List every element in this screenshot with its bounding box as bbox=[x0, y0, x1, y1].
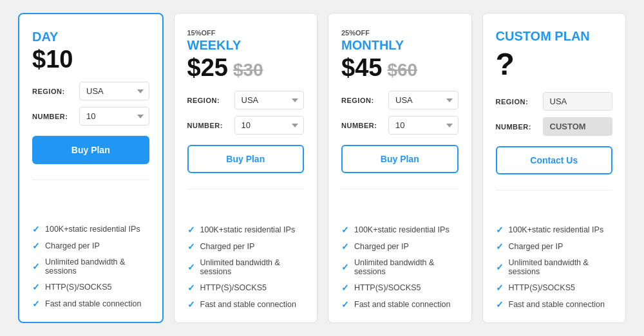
number-select-day[interactable]: 5102050100 bbox=[79, 107, 149, 126]
number-label-weekly: NUMBER: bbox=[187, 122, 229, 129]
check-icon-day-3: ✓ bbox=[32, 282, 40, 292]
feature-text-custom-4: Fast and stable connection bbox=[509, 300, 605, 309]
feature-item-day-3: ✓HTTP(S)/SOCKS5 bbox=[32, 282, 149, 292]
region-row-weekly: REGION:USAUKEUAsia bbox=[187, 91, 305, 109]
check-icon-weekly-2: ✓ bbox=[187, 262, 195, 272]
region-row-monthly: REGION:USAUKEUAsia bbox=[341, 91, 459, 109]
check-icon-monthly-3: ✓ bbox=[341, 283, 349, 293]
feature-text-weekly-4: Fast and stable connection bbox=[200, 300, 296, 309]
number-select-weekly[interactable]: 5102050100 bbox=[234, 116, 305, 135]
plan-price-current-weekly: $25 bbox=[187, 55, 228, 80]
feature-item-day-4: ✓Fast and stable connection bbox=[32, 299, 149, 309]
plan-name-monthly: MONTHLY bbox=[341, 38, 459, 53]
region-row-custom: REGION:USA bbox=[496, 92, 613, 111]
plan-price-current-day: $10 bbox=[32, 47, 73, 71]
contact-us-button-custom[interactable]: Contact Us bbox=[496, 146, 613, 174]
number-select-monthly[interactable]: 5102050100 bbox=[388, 116, 459, 135]
feature-item-custom-4: ✓Fast and stable connection bbox=[496, 299, 613, 310]
feature-item-monthly-0: ✓100K+static residential IPs bbox=[341, 225, 459, 235]
region-row-day: REGION:USAUKEUAsia bbox=[32, 82, 149, 100]
feature-text-day-3: HTTP(S)/SOCKS5 bbox=[45, 283, 112, 292]
region-select-day[interactable]: USAUKEUAsia bbox=[79, 82, 149, 100]
plan-card-day: DAY$10REGION:USAUKEUAsiaNUMBER:510205010… bbox=[18, 13, 164, 323]
feature-text-weekly-1: Charged per IP bbox=[200, 242, 255, 251]
check-icon-monthly-1: ✓ bbox=[341, 241, 349, 252]
feature-item-weekly-1: ✓Charged per IP bbox=[187, 241, 305, 252]
feature-item-monthly-1: ✓Charged per IP bbox=[341, 241, 459, 252]
check-icon-weekly-0: ✓ bbox=[187, 225, 195, 235]
check-icon-custom-3: ✓ bbox=[496, 283, 504, 293]
check-icon-day-2: ✓ bbox=[32, 261, 40, 272]
check-icon-weekly-3: ✓ bbox=[187, 283, 195, 293]
check-icon-monthly-0: ✓ bbox=[341, 225, 349, 235]
buy-plan-button-day[interactable]: Buy Plan bbox=[32, 136, 149, 164]
feature-text-custom-0: 100K+static residential IPs bbox=[509, 225, 604, 234]
region-label-weekly: REGION: bbox=[187, 97, 229, 104]
feature-item-monthly-3: ✓HTTP(S)/SOCKS5 bbox=[341, 283, 459, 293]
feature-text-day-4: Fast and stable connection bbox=[45, 299, 141, 308]
feature-item-custom-3: ✓HTTP(S)/SOCKS5 bbox=[496, 283, 613, 293]
number-row-monthly: NUMBER:5102050100 bbox=[341, 116, 459, 135]
check-icon-custom-1: ✓ bbox=[496, 241, 504, 252]
feature-item-weekly-0: ✓100K+static residential IPs bbox=[187, 225, 305, 235]
check-icon-custom-4: ✓ bbox=[496, 299, 504, 310]
feature-item-day-2: ✓Unlimited bandwidth & sessions bbox=[32, 257, 149, 275]
feature-item-weekly-4: ✓Fast and stable connection bbox=[187, 299, 305, 310]
feature-item-monthly-2: ✓Unlimited bandwidth & sessions bbox=[341, 258, 459, 276]
plan-card-monthly: 25%OFFMONTHLY$45$60REGION:USAUKEUAsiaNUM… bbox=[328, 13, 472, 323]
check-icon-custom-2: ✓ bbox=[496, 262, 504, 272]
check-icon-day-4: ✓ bbox=[32, 299, 40, 309]
feature-item-custom-0: ✓100K+static residential IPs bbox=[496, 225, 613, 235]
plan-badge-monthly: 25%OFF bbox=[341, 29, 459, 37]
plan-price-question-custom: ? bbox=[496, 46, 613, 82]
plan-name-day: DAY bbox=[32, 30, 149, 44]
check-icon-monthly-2: ✓ bbox=[341, 262, 349, 272]
feature-text-monthly-0: 100K+static residential IPs bbox=[354, 225, 450, 234]
feature-text-custom-3: HTTP(S)/SOCKS5 bbox=[509, 283, 576, 292]
feature-item-custom-1: ✓Charged per IP bbox=[496, 241, 613, 252]
buy-plan-button-monthly[interactable]: Buy Plan bbox=[341, 145, 459, 173]
number-row-day: NUMBER:5102050100 bbox=[32, 107, 149, 126]
feature-text-weekly-0: 100K+static residential IPs bbox=[200, 225, 296, 234]
features-list-monthly: ✓100K+static residential IPs✓Charged per… bbox=[341, 225, 459, 310]
number-label-custom: NUMBER: bbox=[496, 123, 538, 131]
divider-custom bbox=[496, 190, 613, 191]
number-label-monthly: NUMBER: bbox=[341, 122, 383, 129]
plan-name-custom: CUSTOM PLAN bbox=[496, 29, 613, 44]
feature-item-weekly-2: ✓Unlimited bandwidth & sessions bbox=[187, 258, 305, 276]
feature-text-weekly-3: HTTP(S)/SOCKS5 bbox=[200, 283, 267, 292]
check-icon-day-1: ✓ bbox=[32, 241, 40, 251]
number-row-weekly: NUMBER:5102050100 bbox=[187, 116, 305, 135]
check-icon-monthly-4: ✓ bbox=[341, 299, 349, 310]
plan-price-row-monthly: $45$60 bbox=[341, 55, 459, 80]
plan-price-old-weekly: $30 bbox=[233, 60, 263, 80]
buy-plan-button-weekly[interactable]: Buy Plan bbox=[187, 145, 305, 173]
divider-day bbox=[32, 180, 149, 180]
region-value-custom: USA bbox=[543, 92, 613, 111]
check-icon-weekly-4: ✓ bbox=[187, 299, 195, 310]
feature-item-custom-2: ✓Unlimited bandwidth & sessions bbox=[496, 258, 613, 276]
feature-text-monthly-2: Unlimited bandwidth & sessions bbox=[354, 258, 459, 276]
feature-text-weekly-2: Unlimited bandwidth & sessions bbox=[200, 258, 305, 276]
divider-monthly bbox=[341, 189, 459, 189]
number-value-custom: CUSTOM bbox=[543, 117, 613, 136]
plan-badge-weekly: 15%OFF bbox=[187, 29, 305, 37]
plan-card-custom: CUSTOM PLAN?REGION:USANUMBER:CUSTOMConta… bbox=[482, 13, 627, 323]
region-select-monthly[interactable]: USAUKEUAsia bbox=[388, 91, 459, 109]
region-select-weekly[interactable]: USAUKEUAsia bbox=[234, 91, 305, 109]
feature-item-weekly-3: ✓HTTP(S)/SOCKS5 bbox=[187, 283, 305, 293]
region-label-monthly: REGION: bbox=[341, 97, 383, 104]
feature-item-monthly-4: ✓Fast and stable connection bbox=[341, 299, 459, 310]
feature-text-custom-1: Charged per IP bbox=[509, 242, 564, 251]
feature-text-day-0: 100K+static residential IPs bbox=[45, 225, 140, 234]
feature-text-day-1: Charged per IP bbox=[45, 241, 100, 250]
check-icon-weekly-1: ✓ bbox=[187, 241, 195, 252]
feature-text-day-2: Unlimited bandwidth & sessions bbox=[45, 257, 149, 275]
plan-price-old-monthly: $60 bbox=[387, 60, 417, 80]
plan-price-current-monthly: $45 bbox=[341, 55, 382, 80]
features-list-day: ✓100K+static residential IPs✓Charged per… bbox=[32, 224, 149, 309]
region-label-day: REGION: bbox=[32, 88, 74, 95]
plan-name-weekly: WEEKLY bbox=[187, 38, 305, 53]
number-row-custom: NUMBER:CUSTOM bbox=[496, 117, 613, 136]
divider-weekly bbox=[187, 189, 305, 189]
